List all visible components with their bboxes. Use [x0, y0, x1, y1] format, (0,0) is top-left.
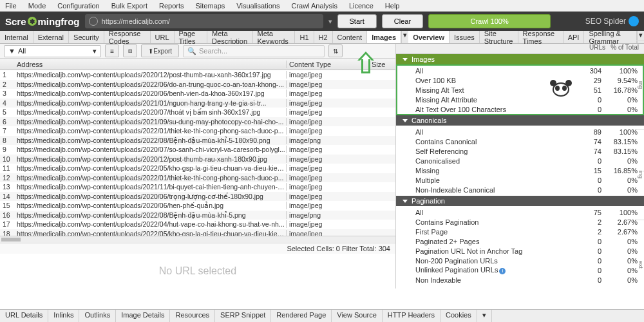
- menu-bulk-export[interactable]: Bulk Export: [111, 2, 147, 10]
- tab-h2[interactable]: H2: [314, 31, 333, 43]
- btab-cookies[interactable]: Cookies: [440, 310, 477, 322]
- section-header-pagination[interactable]: Pagination: [396, 196, 644, 206]
- vtab[interactable]: ext: [636, 220, 644, 309]
- tab-issues[interactable]: Issues: [450, 31, 480, 43]
- table-row[interactable]: 10https://medicaljb.com/wp-content/uploa…: [0, 155, 395, 164]
- menu-crawl-analysis[interactable]: Crawl Analysis: [291, 2, 337, 10]
- start-button[interactable]: Start: [337, 14, 377, 28]
- tab-h1[interactable]: H1: [295, 31, 314, 43]
- menu-licence[interactable]: Licence: [349, 2, 374, 10]
- table-row[interactable]: 6https://medicaljb.com/wp-content/upload…: [0, 117, 395, 127]
- btab-image-details[interactable]: Image Details: [116, 310, 170, 322]
- menu-file[interactable]: File: [5, 2, 17, 10]
- stat-row[interactable]: All304100%: [397, 66, 643, 75]
- btab-serp-snippet[interactable]: SERP Snippet: [215, 310, 271, 322]
- btab-url-details[interactable]: URL Details: [0, 310, 48, 322]
- tab-overview[interactable]: Overview: [408, 31, 450, 43]
- table-row[interactable]: 17https://medicaljb.com/wp-content/uploa…: [0, 220, 395, 229]
- stat-row[interactable]: Non-Indexable Canonical00%: [397, 185, 643, 194]
- stat-row[interactable]: Missing1516.85%: [397, 166, 643, 175]
- table-row[interactable]: 7https://medicaljb.com/wp-content/upload…: [0, 126, 395, 136]
- menu-help[interactable]: Help: [385, 2, 400, 10]
- stat-row[interactable]: Unlinked Pagination URLsi00%: [397, 265, 643, 275]
- menu-configuration[interactable]: Configuration: [57, 2, 99, 10]
- btab-outlinks[interactable]: Outlinks: [79, 310, 116, 322]
- tab-dropdown-left[interactable]: ▾: [401, 31, 408, 43]
- stat-row[interactable]: Contains Pagination22.67%: [397, 217, 643, 227]
- chevron-down-icon[interactable]: ▾: [328, 17, 332, 26]
- tab-spelling-grammar[interactable]: Spelling & Grammar: [584, 31, 637, 43]
- menu-reports[interactable]: Reports: [159, 2, 184, 10]
- search-input[interactable]: 🔍 Search...: [183, 45, 325, 57]
- stat-row[interactable]: Alt Text Over 100 Characters00%: [397, 104, 643, 114]
- btab-dropdown[interactable]: ▾: [477, 310, 492, 322]
- stat-row[interactable]: Paginated 2+ Pages00%: [397, 236, 643, 246]
- tree-view-icon[interactable]: ⧈: [123, 44, 137, 57]
- tab-site-structure[interactable]: Site Structure: [480, 31, 518, 43]
- table-row[interactable]: 16https://medicaljb.com/wp-content/uploa…: [0, 211, 395, 220]
- tab-response-codes[interactable]: Response Codes: [104, 31, 151, 43]
- section-header-images[interactable]: Images: [396, 54, 644, 64]
- tab-external[interactable]: External: [33, 31, 69, 43]
- stat-row[interactable]: Self Referencing7483.15%: [397, 146, 643, 156]
- list-view-icon[interactable]: ≡: [105, 44, 119, 57]
- btab-rendered-page[interactable]: Rendered Page: [271, 310, 332, 322]
- btab-view-source[interactable]: View Source: [332, 310, 383, 322]
- stat-row[interactable]: First Page22.67%: [397, 227, 643, 236]
- stat-row[interactable]: Missing Alt Attribute00%: [397, 95, 643, 104]
- table-row[interactable]: 11https://medicaljb.com/wp-content/uploa…: [0, 164, 395, 173]
- table-row[interactable]: 4https://medicaljb.com/wp-content/upload…: [0, 99, 395, 108]
- menu-visualisations[interactable]: Visualisations: [236, 2, 279, 10]
- tab-content[interactable]: Content: [333, 31, 368, 43]
- stat-row[interactable]: Pagination URL Not in Anchor Tag00%: [397, 246, 643, 256]
- table-row[interactable]: 18https://medicaljb.com/wp-content/uploa…: [0, 229, 395, 236]
- table-row[interactable]: 2https://medicaljb.com/wp-content/upload…: [0, 80, 395, 90]
- table-row[interactable]: 12https://medicaljb.com/wp-content/uploa…: [0, 173, 395, 183]
- tab-page-titles[interactable]: Page Titles: [175, 31, 208, 43]
- tab-response-times[interactable]: Response Times: [518, 31, 564, 43]
- tab-api[interactable]: API: [564, 31, 585, 43]
- tab-meta-description[interactable]: Meta Description: [207, 31, 252, 43]
- menu-sitemaps[interactable]: Sitemaps: [195, 2, 225, 10]
- stat-row[interactable]: Multiple00%: [397, 175, 643, 185]
- stat-row[interactable]: Non Indexable00%: [397, 275, 643, 285]
- stat-row[interactable]: Contains Canonical7483.15%: [397, 137, 643, 146]
- vtab[interactable]: ing: [636, 129, 644, 219]
- filter-dropdown[interactable]: ▼ All ▾: [4, 45, 101, 57]
- menu-mode[interactable]: Mode: [28, 2, 46, 10]
- tab-images[interactable]: Images: [367, 31, 401, 43]
- vtab[interactable]: ing: [636, 40, 644, 129]
- stat-row[interactable]: Missing Alt Text5116.78%: [397, 85, 643, 95]
- tab-internal[interactable]: Internal: [0, 31, 33, 43]
- table-row[interactable]: 1https://medicaljb.com/wp-content/upload…: [0, 70, 395, 80]
- btab-http-headers[interactable]: HTTP Headers: [383, 310, 440, 322]
- stat-row[interactable]: Over 100 KB299.54%: [397, 75, 643, 85]
- url-bar[interactable]: https://medicaljb.com/: [85, 14, 323, 28]
- btab-resources[interactable]: Resources: [170, 310, 215, 322]
- tab-meta-keywords[interactable]: Meta Keywords: [253, 31, 296, 43]
- table-row[interactable]: 3https://medicaljb.com/wp-content/upload…: [0, 89, 395, 99]
- tab-url[interactable]: URL: [151, 31, 175, 43]
- h-scrollbar[interactable]: [0, 236, 395, 243]
- table-row[interactable]: 9https://medicaljb.com/wp-content/upload…: [0, 145, 395, 155]
- twitter-icon[interactable]: [629, 16, 639, 26]
- export-button[interactable]: ⬆ Export: [141, 44, 179, 57]
- crawl-progress-button[interactable]: Crawl 100%: [428, 14, 551, 28]
- btab-inlinks[interactable]: Inlinks: [48, 310, 79, 322]
- stat-row[interactable]: All75100%: [397, 207, 643, 217]
- col-address[interactable]: Address: [14, 61, 286, 68]
- table-row[interactable]: 5https://medicaljb.com/wp-content/upload…: [0, 108, 395, 117]
- table-row[interactable]: 8https://medicaljb.com/wp-content/upload…: [0, 136, 395, 146]
- top-tabs: InternalExternalSecurityResponse CodesUR…: [0, 31, 644, 44]
- table-row[interactable]: 15https://medicaljb.com/wp-content/uploa…: [0, 201, 395, 211]
- tab-security[interactable]: Security: [69, 31, 104, 43]
- table-row[interactable]: 14https://medicaljb.com/wp-content/uploa…: [0, 192, 395, 202]
- search-settings-icon[interactable]: ⇅: [328, 44, 343, 57]
- stat-row[interactable]: Non-200 Pagination URLs00%: [397, 256, 643, 265]
- stat-row[interactable]: All89100%: [397, 127, 643, 137]
- table-row[interactable]: 13https://medicaljb.com/wp-content/uploa…: [0, 182, 395, 192]
- clear-button[interactable]: Clear: [382, 14, 423, 28]
- stat-row[interactable]: Canonicalised00%: [397, 156, 643, 166]
- section-header-canonicals[interactable]: Canonicals: [396, 115, 644, 126]
- url-text: https://medicaljb.com/: [102, 17, 170, 25]
